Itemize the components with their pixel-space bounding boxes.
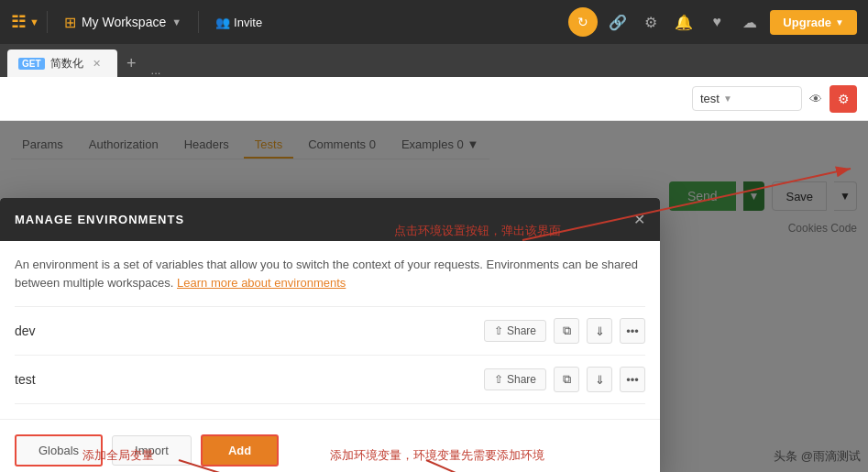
globals-button[interactable]: Globals xyxy=(15,434,103,467)
share-label-test: Share xyxy=(507,373,536,386)
download-button-test[interactable]: ⇓ xyxy=(587,367,612,392)
main-content: Params Authorization Headers Tests Comme… xyxy=(0,121,868,472)
gear-button[interactable]: ⚙ xyxy=(830,85,857,113)
env-name-dev: dev xyxy=(15,324,484,338)
more-tabs-button[interactable]: ... xyxy=(146,63,167,77)
invite-icon: 👥 xyxy=(215,16,230,29)
env-value: test xyxy=(700,92,720,105)
env-actions-dev: ⇧ Share ⧉ ⇓ ••• xyxy=(484,318,645,344)
share-icon-test: ⇧ xyxy=(494,373,503,386)
modal-body: An environment is a set of variables tha… xyxy=(0,241,660,419)
watermark: 头条 @雨滴测试 xyxy=(774,448,861,465)
modal-footer: Globals Import Add xyxy=(0,419,660,472)
upgrade-label: Upgrade xyxy=(783,16,831,29)
navbar-left: ☷ ▼ ⊞ My Workspace ▼ 👥 Invite xyxy=(11,8,271,37)
modal-title: MANAGE ENVIRONMENTS xyxy=(15,213,184,226)
navbar-divider2 xyxy=(198,11,199,33)
grid-icon: ⊞ xyxy=(64,14,76,31)
modal-header: MANAGE ENVIRONMENTS ✕ xyxy=(0,198,660,241)
more-button-dev[interactable]: ••• xyxy=(620,318,645,344)
sync-button[interactable]: ↻ xyxy=(568,7,598,37)
tabs-bar: GET 简数化 ✕ + ... xyxy=(0,44,868,77)
settings-icon[interactable]: ⚙ xyxy=(638,9,664,35)
download-button-dev[interactable]: ⇓ xyxy=(587,318,612,344)
duplicate-button-test[interactable]: ⧉ xyxy=(554,367,579,392)
environment-select[interactable]: test ▼ xyxy=(692,86,802,111)
add-tab-button[interactable]: + xyxy=(119,49,144,77)
brand-icon: ☷ xyxy=(11,12,26,32)
tab-1[interactable]: GET 简数化 ✕ xyxy=(7,49,117,77)
bell-icon[interactable]: 🔔 xyxy=(671,9,697,35)
workspace-chevron: ▼ xyxy=(171,16,181,27)
workspace-label: My Workspace xyxy=(82,15,166,29)
navbar: ☷ ▼ ⊞ My Workspace ▼ 👥 Invite ↻ 🔗 ⚙ 🔔 ♥ … xyxy=(0,0,868,44)
navbar-brand[interactable]: ☷ ▼ xyxy=(11,12,39,32)
webhook-icon[interactable]: 🔗 xyxy=(605,9,631,35)
navbar-divider xyxy=(47,11,48,33)
more-button-test[interactable]: ••• xyxy=(620,367,645,392)
env-name-test: test xyxy=(15,372,484,387)
address-bar: test ▼ 👁 ⚙ xyxy=(0,77,868,121)
env-item-test: test ⇧ Share ⧉ ⇓ ••• xyxy=(15,356,645,404)
env-actions-test: ⇧ Share ⧉ ⇓ ••• xyxy=(484,367,645,392)
invite-button[interactable]: 👥 Invite xyxy=(206,11,271,34)
env-chevron: ▼ xyxy=(723,93,732,104)
brand-chevron: ▼ xyxy=(29,16,39,27)
navbar-workspace[interactable]: ⊞ My Workspace ▼ xyxy=(55,8,191,37)
tab-close-button[interactable]: ✕ xyxy=(93,58,101,70)
environment-list: dev ⇧ Share ⧉ ⇓ ••• test xyxy=(15,306,645,404)
upgrade-chevron: ▼ xyxy=(835,17,844,27)
method-badge: GET xyxy=(18,58,45,70)
env-item-dev: dev ⇧ Share ⧉ ⇓ ••• xyxy=(15,307,645,356)
navbar-right: ↻ 🔗 ⚙ 🔔 ♥ ☁ Upgrade ▼ xyxy=(568,7,857,37)
heart-icon[interactable]: ♥ xyxy=(704,9,730,35)
duplicate-button-dev[interactable]: ⧉ xyxy=(554,318,579,344)
share-button-test[interactable]: ⇧ Share xyxy=(484,368,546,390)
manage-environments-modal: MANAGE ENVIRONMENTS ✕ An environment is … xyxy=(0,198,660,472)
modal-close-button[interactable]: ✕ xyxy=(633,211,645,228)
tab-name: 简数化 xyxy=(50,56,83,71)
cloud-icon[interactable]: ☁ xyxy=(737,9,763,35)
share-button-dev[interactable]: ⇧ Share xyxy=(484,320,546,342)
import-button[interactable]: Import xyxy=(112,435,192,466)
modal-description: An environment is a set of variables tha… xyxy=(15,256,645,291)
upgrade-button[interactable]: Upgrade ▼ xyxy=(770,10,857,35)
learn-more-link[interactable]: Learn more about environments xyxy=(177,276,346,290)
env-eye-button[interactable]: 👁 xyxy=(809,92,822,106)
share-icon-dev: ⇧ xyxy=(494,324,503,337)
share-label-dev: Share xyxy=(507,324,536,337)
invite-label: Invite xyxy=(234,16,262,29)
add-button[interactable]: Add xyxy=(201,434,279,467)
